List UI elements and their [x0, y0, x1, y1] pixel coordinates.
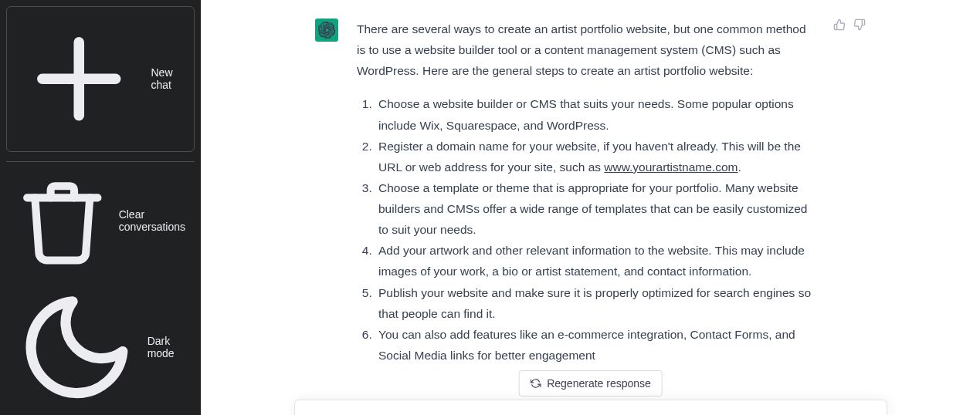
clear-conversations-button[interactable]: Clear conversations — [6, 165, 195, 278]
assistant-avatar — [315, 19, 338, 42]
domain-link[interactable]: www.yourartistname.com — [604, 160, 738, 174]
new-chat-label: New chat — [151, 66, 185, 91]
openai-icon — [318, 22, 335, 39]
message-content: There are several ways to create an arti… — [357, 19, 815, 366]
regenerate-button[interactable]: Regenerate response — [518, 370, 663, 396]
list-item: Choose a template or theme that is appro… — [375, 177, 815, 240]
thumbs-down-icon[interactable] — [853, 19, 866, 31]
sidebar: New chat Creating Artist Portfolio Quant… — [0, 0, 201, 415]
assistant-message: There are several ways to create an arti… — [201, 0, 980, 384]
footer-label: Clear conversations — [119, 208, 185, 233]
main-area: There are several ways to create an arti… — [201, 0, 980, 415]
list-item: Add your artwork and other relevant info… — [375, 240, 815, 282]
trash-icon — [15, 174, 110, 268]
moon-icon — [15, 286, 138, 409]
dark-mode-button[interactable]: Dark mode — [6, 277, 195, 415]
footer-label: Dark mode — [148, 335, 185, 359]
regenerate-label: Regenerate response — [547, 377, 651, 390]
plus-icon — [16, 16, 142, 142]
intro-paragraph: There are several ways to create an arti… — [357, 19, 815, 81]
list-item: You can also add features like an e-comm… — [375, 324, 815, 366]
feedback-buttons — [833, 19, 866, 366]
thumbs-up-icon[interactable] — [833, 19, 846, 31]
list-item: Register a domain name for your website,… — [375, 136, 815, 177]
new-chat-button[interactable]: New chat — [6, 6, 195, 152]
list-item: Publish your website and make sure it is… — [375, 282, 815, 324]
list-item: Choose a website builder or CMS that sui… — [375, 93, 815, 135]
steps-list: Choose a website builder or CMS that sui… — [357, 93, 815, 366]
sidebar-footer: Clear conversations Dark mode OpenAI Dis… — [6, 161, 195, 416]
refresh-icon — [530, 378, 541, 389]
message-input[interactable] — [294, 400, 887, 415]
